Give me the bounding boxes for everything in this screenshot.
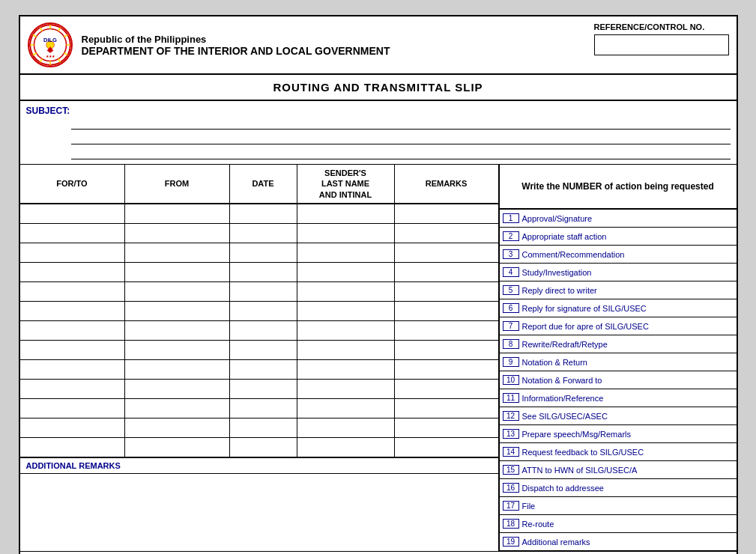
cell-sender-4[interactable] [297,282,395,301]
cell-forto-7[interactable] [20,341,125,359]
cell-date-8[interactable] [230,360,297,379]
action-text-3: Comment/Recommendation [522,250,625,259]
action-text-4: Study/Investigation [522,268,592,277]
cell-remarks-3[interactable] [395,263,498,281]
cell-from-7[interactable] [125,341,230,359]
cell-from-9[interactable] [125,380,230,398]
action-item-6[interactable]: 6 Reply for signature of SILG/USEC [500,299,737,317]
cell-from-10[interactable] [125,399,230,418]
cell-forto-12[interactable] [20,438,125,457]
cell-sender-0[interactable] [297,204,395,223]
cell-date-5[interactable] [230,302,297,320]
action-num-2: 2 [503,231,519,241]
cell-from-11[interactable] [125,418,230,437]
cell-sender-7[interactable] [297,341,395,359]
cell-forto-3[interactable] [20,263,125,281]
cell-remarks-12[interactable] [395,438,498,457]
cell-sender-10[interactable] [297,399,395,418]
cell-from-8[interactable] [125,360,230,379]
cell-sender-5[interactable] [297,302,395,320]
cell-from-3[interactable] [125,263,230,281]
cell-remarks-9[interactable] [395,380,498,398]
cell-remarks-11[interactable] [395,418,498,437]
subject-lines [71,119,731,159]
cell-remarks-8[interactable] [395,360,498,379]
action-item-16[interactable]: 16 Dispatch to addressee [500,479,737,497]
cell-date-7[interactable] [230,341,297,359]
cell-sender-3[interactable] [297,263,395,281]
cell-remarks-1[interactable] [395,224,498,243]
cell-date-3[interactable] [230,263,297,281]
action-item-10[interactable]: 10 Notation & Forward to [500,371,737,389]
cell-from-4[interactable] [125,282,230,301]
cell-forto-6[interactable] [20,321,125,340]
action-text-12: See SILG/USEC/ASEC [522,412,608,421]
cell-from-6[interactable] [125,321,230,340]
action-num-6: 6 [503,303,519,313]
cell-from-12[interactable] [125,438,230,457]
action-item-13[interactable]: 13 Prepare speech/Msg/Remarls [500,425,737,443]
cell-sender-11[interactable] [297,418,395,437]
action-item-2[interactable]: 2 Appropriate staff action [500,228,737,246]
cell-from-0[interactable] [125,204,230,223]
action-item-18[interactable]: 18 Re-route [500,515,737,533]
cell-forto-11[interactable] [20,418,125,437]
cell-date-2[interactable] [230,243,297,262]
additional-remarks-content[interactable] [20,474,498,534]
action-num-10: 10 [503,375,519,385]
action-item-19[interactable]: 19 Additional remarks [500,533,737,551]
action-item-11[interactable]: 11 Information/Reference [500,389,737,407]
subject-line-2[interactable] [71,134,731,144]
ref-control-input[interactable] [594,34,729,55]
cell-date-6[interactable] [230,321,297,340]
cell-sender-1[interactable] [297,224,395,243]
cell-remarks-4[interactable] [395,282,498,301]
cell-remarks-2[interactable] [395,243,498,262]
action-text-19: Additional remarks [522,538,590,547]
cell-date-12[interactable] [230,438,297,457]
cell-remarks-6[interactable] [395,321,498,340]
cell-sender-8[interactable] [297,360,395,379]
table-row [20,224,498,243]
cell-date-1[interactable] [230,224,297,243]
table-row [20,204,498,224]
cell-forto-2[interactable] [20,243,125,262]
subject-line-1[interactable] [71,119,731,130]
subject-line-3[interactable] [71,149,731,159]
action-item-5[interactable]: 5 Reply direct to writer [500,281,737,299]
cell-remarks-10[interactable] [395,399,498,418]
cell-forto-4[interactable] [20,282,125,301]
action-item-7[interactable]: 7 Report due for apre of SILG/USEC [500,317,737,335]
cell-forto-1[interactable] [20,224,125,243]
cell-sender-2[interactable] [297,243,395,262]
cell-date-10[interactable] [230,399,297,418]
action-item-3[interactable]: 3 Comment/Recommendation [500,246,737,264]
cell-date-4[interactable] [230,282,297,301]
cell-sender-9[interactable] [297,380,395,398]
cell-from-1[interactable] [125,224,230,243]
cell-date-9[interactable] [230,380,297,398]
cell-remarks-5[interactable] [395,302,498,320]
cell-remarks-0[interactable] [395,204,498,223]
action-item-9[interactable]: 9 Notation & Return [500,353,737,371]
cell-sender-12[interactable] [297,438,395,457]
cell-forto-10[interactable] [20,399,125,418]
cell-remarks-7[interactable] [395,341,498,359]
action-item-8[interactable]: 8 Rewrite/Redraft/Retype [500,335,737,353]
cell-from-5[interactable] [125,302,230,320]
action-item-12[interactable]: 12 See SILG/USEC/ASEC [500,407,737,425]
cell-date-0[interactable] [230,204,297,223]
cell-forto-9[interactable] [20,380,125,398]
action-item-17[interactable]: 17 File [500,497,737,515]
cell-forto-0[interactable] [20,204,125,223]
cell-forto-8[interactable] [20,360,125,379]
action-item-1[interactable]: 1 Approval/Signature [500,210,737,228]
cell-sender-6[interactable] [297,321,395,340]
action-item-4[interactable]: 4 Study/Investigation [500,264,737,281]
cell-from-2[interactable] [125,243,230,262]
table-row [20,263,498,282]
action-item-14[interactable]: 14 Request feedback to SILG/USEC [500,443,737,461]
cell-forto-5[interactable] [20,302,125,320]
cell-date-11[interactable] [230,418,297,437]
action-item-15[interactable]: 15 ATTN to HWN of SILG/USEC/A [500,461,737,479]
